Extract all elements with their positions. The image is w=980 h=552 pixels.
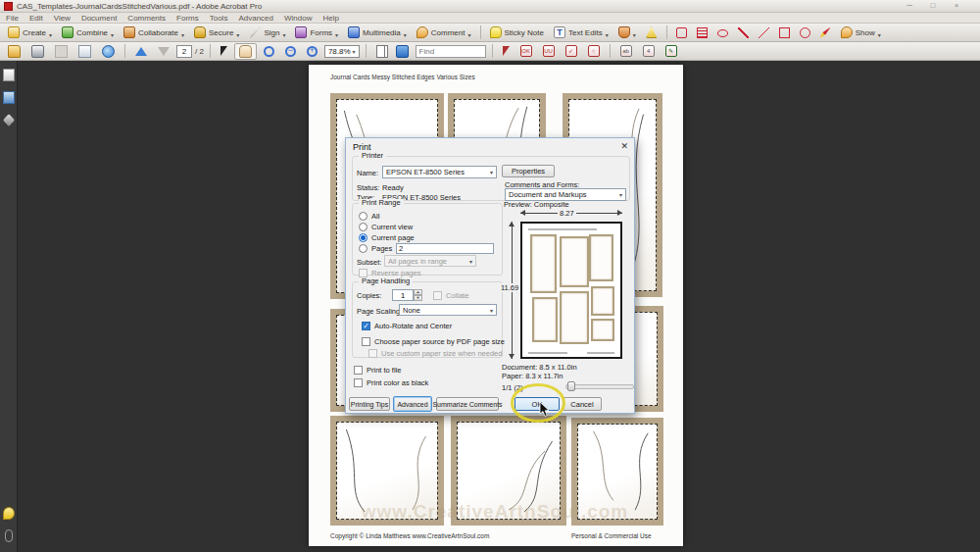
next-page-button[interactable] (154, 46, 173, 57)
properties-button[interactable]: Properties (502, 165, 555, 177)
radio-all[interactable] (359, 212, 368, 221)
collaborate-button[interactable]: Collaborate (120, 23, 188, 42)
checkbox-field-tool-button[interactable]: ✓ (562, 44, 581, 58)
stamp-button[interactable] (614, 23, 640, 42)
menu-file[interactable]: File (6, 14, 19, 23)
sticky-note-button[interactable]: Sticky Note (486, 25, 548, 39)
collaborate-icon (123, 26, 135, 38)
text-box-tool-button[interactable] (693, 26, 711, 39)
bookmarks-panel-icon[interactable] (3, 91, 15, 104)
show-button[interactable]: Show (837, 23, 885, 42)
arrow-tool-button[interactable] (734, 26, 753, 39)
close-icon[interactable]: ✕ (620, 141, 628, 151)
advanced-button[interactable]: Advanced (393, 396, 432, 412)
create-button[interactable]: Create (4, 23, 56, 42)
copies-stepper[interactable]: ▲▼ (414, 289, 422, 301)
oval-tool-button[interactable] (796, 26, 814, 39)
preview-zoom-slider[interactable] (565, 384, 634, 389)
use-custom-paper-checkbox[interactable] (368, 349, 377, 358)
open-button[interactable] (4, 44, 24, 59)
fit-page-button[interactable] (392, 44, 413, 59)
preview-zoom-slider-thumb[interactable] (567, 381, 575, 391)
approved-stamp-button[interactable] (642, 25, 662, 39)
menu-forms[interactable]: Forms (176, 14, 199, 23)
ok-button[interactable]: OK (514, 397, 560, 411)
email-button[interactable] (74, 44, 95, 59)
menu-view[interactable]: View (54, 14, 71, 23)
page-scaling-select[interactable]: None (399, 304, 497, 316)
sign-button[interactable]: Sign (245, 23, 289, 42)
preview-card (591, 286, 614, 316)
menu-advanced[interactable]: Advanced (238, 14, 273, 23)
copies-input[interactable] (392, 289, 414, 301)
radio-current-page[interactable] (359, 233, 368, 242)
zoom-marquee-button[interactable] (260, 45, 278, 58)
menu-edit[interactable]: Edit (29, 14, 43, 23)
zoom-level-select[interactable]: 78.8% (324, 45, 360, 58)
list-field-tool-button[interactable]: 4 (639, 44, 659, 58)
web-button[interactable] (98, 44, 119, 59)
radio-current-view[interactable] (359, 223, 368, 231)
comment-button[interactable]: Comment (413, 23, 475, 42)
save-button[interactable] (51, 44, 72, 59)
barcode-field-tool-button[interactable]: UU (539, 44, 559, 58)
menu-tools[interactable]: Tools (210, 14, 228, 23)
print-to-file-checkbox[interactable] (354, 366, 363, 375)
line-tool-button[interactable] (755, 26, 773, 39)
menu-window[interactable]: Window (284, 14, 312, 23)
page-number-input[interactable] (176, 45, 192, 58)
page-layout-button[interactable] (372, 44, 389, 59)
show-comments-icon (841, 26, 853, 38)
rectangle-tool-button[interactable] (775, 26, 794, 39)
summarize-comments-button[interactable]: Summarize Comments (436, 397, 499, 411)
stamp-icon (618, 26, 630, 38)
previous-page-button[interactable] (131, 46, 151, 57)
minimize-button[interactable] (900, 0, 919, 12)
printer-name-select[interactable]: EPSON ET-8500 Series (382, 166, 497, 178)
multimedia-button[interactable]: Multimedia (344, 23, 411, 42)
zoom-out-button[interactable] (281, 45, 300, 58)
auto-rotate-checkbox[interactable] (362, 322, 370, 330)
printing-tips-button[interactable]: Printing Tips (349, 397, 390, 411)
cloud-tool-button[interactable] (713, 26, 732, 38)
cancel-button[interactable]: Cancel (563, 397, 602, 411)
pages-panel-icon[interactable] (3, 69, 15, 81)
callout-tool-button[interactable] (672, 26, 691, 39)
select-tool-button[interactable] (217, 45, 231, 57)
radio-field-tool-button[interactable]: ○ (584, 44, 604, 58)
menu-document[interactable]: Document (81, 14, 117, 23)
combine-button[interactable]: Combine (58, 23, 118, 42)
print-color-black-checkbox[interactable] (354, 378, 363, 387)
secure-button[interactable]: Secure (190, 23, 243, 42)
forms-button[interactable]: Forms (291, 23, 342, 42)
chevron-down-icon (236, 24, 239, 41)
pages-input[interactable] (396, 243, 494, 254)
choose-paper-source-checkbox[interactable] (362, 337, 370, 346)
maximize-button[interactable] (923, 0, 943, 12)
text-field-tool-button[interactable]: ab (616, 44, 636, 58)
hand-tool-button[interactable] (234, 43, 257, 60)
radio-pages[interactable] (359, 244, 368, 253)
select-object-tool-button[interactable] (499, 45, 514, 57)
close-button[interactable] (947, 0, 966, 12)
subset-select[interactable]: All pages in range (384, 255, 476, 267)
menu-comments[interactable]: Comments (127, 14, 166, 23)
preview-card (560, 291, 589, 344)
attachments-panel-icon[interactable] (5, 529, 13, 542)
preview-header-line (528, 228, 597, 230)
button-field-tool-button[interactable]: OK (516, 44, 536, 58)
collate-checkbox[interactable] (433, 291, 442, 300)
comments-panel-icon[interactable] (3, 507, 15, 520)
find-input[interactable] (416, 45, 486, 58)
zoom-in-button[interactable] (303, 45, 321, 58)
menu-help[interactable]: Help (322, 14, 338, 23)
stepper-down-icon[interactable]: ▼ (414, 295, 422, 301)
digital-signature-tool-button[interactable]: ✎ (662, 44, 681, 58)
printer-status-value: Ready (382, 183, 404, 192)
print-button[interactable] (27, 44, 48, 59)
pencil-tool-button[interactable] (816, 26, 835, 39)
page-total-label: / 2 (195, 47, 204, 56)
window-title: CAS_Templates-JournalCardsStitchedVariou… (17, 2, 262, 11)
layers-panel-icon[interactable] (3, 114, 15, 126)
text-edits-button[interactable]: TText Edits (550, 23, 612, 42)
